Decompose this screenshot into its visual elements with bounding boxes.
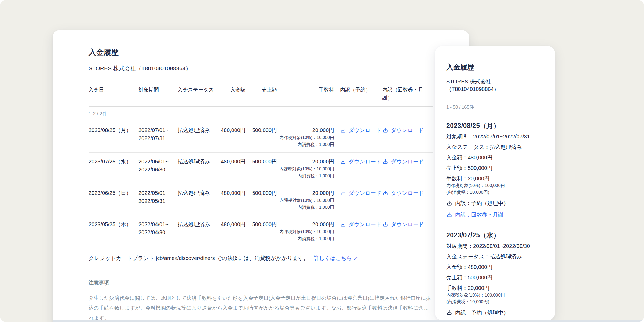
breakdown-reservation-processing: 内訳：予約（処理中）	[446, 309, 544, 317]
deposit-amount: 入金額：480,000円	[446, 264, 544, 271]
deposit-date: 2023/08/25（月）	[89, 126, 138, 134]
panel-title: 入金履歴	[446, 63, 544, 71]
download-icon	[382, 127, 389, 133]
deposit-date: 2023/07/25（水）	[446, 231, 544, 239]
deposit-status: 入金ステータス：払込処理済み	[446, 253, 544, 260]
notes-section: 注意事項 発生した決済代金に関しては、原則として決済手数料を引いた額を入金予定日…	[89, 279, 433, 322]
deposit-amount: 480,000円	[221, 220, 246, 228]
breakdown-ticket-download-link[interactable]: 内訳：回数券・月謝	[446, 211, 544, 219]
fee-cell: 20,000円 内課税対象(10%)：10,000円 内消費税：1,000円	[277, 189, 334, 211]
sales-amount: 売上額：500,000円	[446, 274, 544, 281]
target-period: 2022/07/01~ 2022/07/31	[138, 126, 178, 142]
table-row: 2023/07/25（水） 2022/06/01~ 2022/06/30 払込処…	[89, 153, 433, 184]
fee-amount: 20,000円	[277, 126, 334, 134]
column-header-sales-amount: 売上額	[246, 86, 277, 94]
fee-tax-note: 内消費税：1,000円	[277, 173, 334, 180]
table-header: 入金日 対象期間 入金ステータス 入金額 売上額 手数料 内訳（予約） 内訳（回…	[89, 86, 433, 107]
deposit-date: 2023/07/25（水）	[89, 158, 138, 166]
download-reservation-link[interactable]: ダウンロード	[340, 189, 381, 197]
fee-tax-note: (内消費税：10,000円)	[446, 189, 544, 196]
download-icon	[340, 159, 346, 165]
download-icon	[446, 212, 452, 218]
fee-taxable-note: 内課税対象(10%)：10,000円	[277, 166, 334, 173]
notes-paragraph: 発生した決済代金に関しては、原則として決済手数料を引いた額を入金予定日(入金予定…	[89, 293, 433, 322]
download-icon	[340, 221, 346, 228]
fee-amount: 手数料：20,000円	[446, 284, 544, 292]
deposit-status: 払込処理済み	[178, 158, 221, 166]
deposit-status: 入金ステータス：払込処理済み	[446, 144, 544, 151]
column-header-fee: 手数料	[277, 86, 334, 94]
table-row: 2023/06/25（日） 2022/05/01~ 2022/05/31 払込処…	[89, 184, 433, 215]
notes-title: 注意事項	[89, 279, 433, 287]
deposit-amount: 480,000円	[221, 189, 246, 197]
target-period: 2022/04/01~ 2022/04/30	[138, 220, 178, 236]
fee-amount: 20,000円	[277, 158, 334, 166]
download-icon	[382, 221, 389, 228]
download-ticket-link[interactable]: ダウンロード	[382, 158, 424, 166]
deposit-history-card: 入金履歴 STORES 株式会社（T8010401098864） 入金日 対象期…	[53, 30, 469, 322]
fee-tax-note: 内消費税：1,000円	[277, 204, 334, 211]
download-ticket-link[interactable]: ダウンロード	[382, 126, 424, 134]
download-icon	[340, 127, 346, 133]
download-icon	[382, 190, 389, 196]
fee-cell: 20,000円 内課税対象(10%)：10,000円 内消費税：1,000円	[277, 158, 334, 180]
fee-tax-note: (内消費税：10,000円)	[446, 298, 544, 305]
result-count: 1 - 50 / 165件	[446, 100, 544, 115]
fee-cell: 20,000円 内課税対象(10%)：10,000円 内消費税：1,000円	[277, 220, 334, 242]
table-row: 2023/05/25（木） 2022/04/01~ 2022/04/30 払込処…	[89, 215, 433, 247]
column-header-breakdown-reservation: 内訳（予約）	[334, 86, 382, 94]
download-icon	[446, 310, 452, 316]
target-period: 2022/06/01~ 2022/06/30	[138, 158, 178, 174]
result-count: 1-2 / 2件	[89, 107, 433, 121]
column-header-status: 入金ステータス	[178, 86, 221, 94]
fee-taxable-note: 内課税対象(10%)：100,000円	[446, 292, 544, 298]
breakdown-reservation-processing: 内訳：予約（処理中）	[446, 199, 544, 207]
merchant-name: STORES 株式会社（T8010401098864）	[446, 78, 544, 100]
column-header-breakdown-ticket: 内訳（回数券・月謝）	[382, 86, 433, 102]
fee-tax-note: 内消費税：1,000円	[277, 235, 334, 242]
sales-amount: 売上額：500,000円	[446, 164, 544, 172]
download-reservation-link[interactable]: ダウンロード	[340, 126, 381, 134]
download-icon	[382, 159, 389, 165]
fee-taxable-note: 内課税対象(10%)：10,000円	[277, 228, 334, 235]
target-period: 2022/05/01~ 2022/05/31	[138, 189, 178, 205]
download-ticket-link[interactable]: ダウンロード	[382, 220, 424, 228]
deposit-status: 払込処理済み	[178, 220, 221, 228]
deposit-date: 2023/06/25（日）	[89, 189, 138, 197]
table-row: 2023/08/25（月） 2022/07/01~ 2022/07/31 払込処…	[89, 121, 433, 153]
download-icon	[340, 190, 346, 196]
download-ticket-link[interactable]: ダウンロード	[382, 189, 424, 197]
details-link[interactable]: 詳しくはこちら ↗	[314, 255, 358, 261]
column-header-deposit-date: 入金日	[89, 86, 138, 94]
sales-amount: 500,000円	[246, 158, 277, 166]
sales-amount: 500,000円	[246, 126, 277, 134]
page-background: 入金履歴 STORES 株式会社（T8010401098864） 入金日 対象期…	[0, 0, 644, 322]
download-reservation-link[interactable]: ダウンロード	[340, 158, 381, 166]
deposit-amount: 480,000円	[221, 158, 246, 166]
credit-card-tax-note: クレジットカードブランド jcb/amex/discover/diners での…	[89, 247, 433, 264]
deposit-entry: 2023/07/25（水） 対象期間：2022/06/01~2022/06/30…	[446, 224, 544, 320]
deposit-history-panel: 入金履歴 STORES 株式会社（T8010401098864） 1 - 50 …	[435, 46, 555, 320]
page-title: 入金履歴	[89, 48, 433, 57]
fee-taxable-note: 内課税対象(10%)：100,000円	[446, 182, 544, 189]
download-icon	[446, 200, 452, 206]
deposit-status: 払込処理済み	[178, 189, 221, 197]
sales-amount: 500,000円	[246, 220, 277, 228]
deposit-amount: 480,000円	[221, 126, 246, 134]
column-header-deposit-amount: 入金額	[221, 86, 246, 94]
target-period: 対象期間：2022/07/01~2022/07/31	[446, 133, 544, 140]
fee-amount: 20,000円	[277, 189, 334, 197]
deposit-entry: 2023/08/25（月） 対象期間：2022/07/01~2022/07/31…	[446, 115, 544, 224]
deposit-status: 払込処理済み	[178, 126, 221, 134]
deposit-date: 2023/05/25（木）	[89, 220, 138, 228]
deposit-amount: 入金額：480,000円	[446, 154, 544, 161]
fee-tax-note: 内消費税：1,000円	[277, 141, 334, 148]
fee-cell: 20,000円 内課税対象(10%)：10,000円 内消費税：1,000円	[277, 126, 334, 148]
column-header-period: 対象期間	[138, 86, 178, 94]
merchant-name: STORES 株式会社（T8010401098864）	[89, 64, 433, 72]
sales-amount: 500,000円	[246, 189, 277, 197]
fee-taxable-note: 内課税対象(10%)：10,000円	[277, 197, 334, 204]
fee-amount: 手数料：20,000円	[446, 175, 544, 182]
download-reservation-link[interactable]: ダウンロード	[340, 220, 381, 228]
fee-taxable-note: 内課税対象(10%)：10,000円	[277, 134, 334, 141]
